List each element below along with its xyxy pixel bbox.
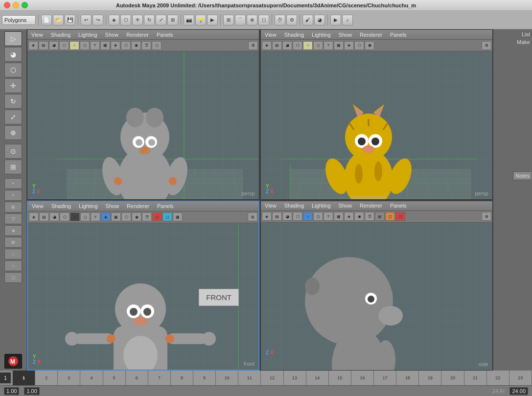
vp-tr-tb5[interactable]: ○ <box>303 41 313 50</box>
vp-bl-tb4[interactable]: ⬡ <box>60 212 69 221</box>
vp-br-renderer[interactable]: Renderer <box>356 201 386 210</box>
vp-br-tb1[interactable]: ◈ <box>262 212 272 221</box>
left-panel-extra7[interactable]: ↕ <box>4 249 22 259</box>
playback-btn[interactable]: ▶ <box>330 15 341 25</box>
left-panel-extra6[interactable]: ⊕ <box>4 237 22 248</box>
vp-bl-tb9[interactable]: ▦ <box>111 212 121 221</box>
vp-tr-tb4[interactable]: ⬡ <box>293 41 302 50</box>
vp-br-tb4[interactable]: ⬡ <box>293 212 302 221</box>
vp-tr-shading[interactable]: Shading <box>280 30 308 39</box>
tl-cell-18[interactable]: 18 <box>396 371 419 385</box>
tl-cell-8[interactable]: 8 <box>171 371 193 385</box>
tl-cell-11[interactable]: 11 <box>238 371 261 385</box>
vp-bl-tb2[interactable]: ▤ <box>39 212 49 221</box>
vp-br-tb10[interactable]: ◉ <box>354 212 364 221</box>
vp-bl-tb1[interactable]: ◈ <box>29 212 39 221</box>
vp-tr-tb10[interactable]: ⬡ <box>354 41 364 50</box>
vp-bl-canvas[interactable]: FRONT Y Z X front <box>28 223 258 370</box>
scale-tool[interactable]: ⤢ <box>4 110 22 124</box>
vp-bl-tb12[interactable]: ☰ <box>142 212 152 221</box>
light-btn[interactable]: 💡 <box>195 15 206 25</box>
history-btn[interactable]: ⏱ <box>275 15 285 25</box>
vp-bl-tb6[interactable]: ◻ <box>80 212 90 221</box>
vp-tl-tb8[interactable]: ▦ <box>100 41 110 50</box>
paint-btn[interactable]: 🖌 <box>302 15 313 25</box>
snap-point-btn[interactable]: ⊕ <box>247 15 257 25</box>
vp-br-show[interactable]: Show <box>335 201 356 210</box>
new-file-btn[interactable]: 📄 <box>41 15 52 25</box>
vp-bl-tb11[interactable]: ◉ <box>132 212 141 221</box>
vp-tl-tb4[interactable]: ⬡ <box>59 41 69 50</box>
tl-cell-13[interactable]: 13 <box>284 371 306 385</box>
paint-select-tool[interactable]: ◕ <box>4 47 22 62</box>
vp-tr-tb2[interactable]: ▤ <box>272 41 282 50</box>
vp-tr-tb3[interactable]: ◕ <box>282 41 292 50</box>
notes-button[interactable]: Notes <box>513 171 532 180</box>
vp-tl-lighting[interactable]: Lighting <box>74 30 101 39</box>
tl-cell-12[interactable]: 12 <box>261 371 283 385</box>
minimize-button[interactable] <box>13 2 19 8</box>
vp-bl-tb13[interactable]: ◻ <box>152 212 162 221</box>
tl-cell-4[interactable]: 4 <box>80 371 103 385</box>
vp-br-tb15[interactable]: ⊞ <box>482 212 491 221</box>
left-panel-extra8[interactable]: ↔ <box>4 260 22 271</box>
tl-cell-19[interactable]: 19 <box>419 371 441 385</box>
vp-bl-shading[interactable]: Shading <box>47 202 75 211</box>
left-panel-extra3[interactable]: ⊞ <box>4 202 22 212</box>
window-controls[interactable] <box>4 2 28 8</box>
vp-tl-canvas[interactable]: Y Z X persp <box>27 51 259 199</box>
construction-btn[interactable]: ⚙ <box>286 15 297 25</box>
tl-cell-9[interactable]: 9 <box>193 371 216 385</box>
tl-cell-10[interactable]: 10 <box>216 371 238 385</box>
vp-br-tb7[interactable]: T <box>324 212 333 221</box>
vp-tr-tb12[interactable]: ⊞ <box>482 41 491 50</box>
vp-br-canvas[interactable]: Z X side <box>261 223 492 371</box>
left-panel-extra2[interactable]: + <box>4 190 22 201</box>
vp-bl-panels[interactable]: Panels <box>153 202 178 211</box>
tl-cell-21[interactable]: 21 <box>464 371 487 385</box>
rotate-btn[interactable]: ↻ <box>144 15 155 25</box>
undo-btn[interactable]: ↩ <box>81 15 92 25</box>
soft-select-tool[interactable]: ⊙ <box>4 144 22 159</box>
select-tool[interactable]: ▷ <box>4 31 22 46</box>
tl-cell-17[interactable]: 17 <box>374 371 396 385</box>
move-btn[interactable]: ✛ <box>132 15 143 25</box>
tl-cell-15[interactable]: 15 <box>329 371 351 385</box>
vp-tr-lighting[interactable]: Lighting <box>308 30 335 39</box>
vp-br-view[interactable]: View <box>261 201 280 210</box>
vp-tl-tb13[interactable]: ◻ <box>152 41 162 50</box>
tl-cell-16[interactable]: 16 <box>351 371 374 385</box>
tl-cell-20[interactable]: 20 <box>441 371 464 385</box>
viewport-top-right[interactable]: View Shading Lighting Show Renderer Pane… <box>260 29 493 200</box>
vp-br-panels[interactable]: Panels <box>386 201 411 210</box>
timeline-cursor[interactable]: 1 <box>0 373 11 383</box>
vp-br-shading[interactable]: Shading <box>280 201 308 210</box>
snap-grid-btn[interactable]: ⊞ <box>223 15 234 25</box>
vp-bl-tb5[interactable]: ○ <box>70 212 80 221</box>
vp-br-tb8[interactable]: ▦ <box>334 212 344 221</box>
vp-tr-tb7[interactable]: T <box>324 41 333 50</box>
vp-tr-tb1[interactable]: ◈ <box>262 41 272 50</box>
left-panel-extra9[interactable]: ◻ <box>4 272 22 283</box>
vp-tr-renderer[interactable]: Renderer <box>356 30 386 39</box>
vp-tl-tb7[interactable]: T <box>90 41 100 50</box>
vp-br-tb2[interactable]: ▤ <box>272 212 282 221</box>
vp-tr-show[interactable]: Show <box>335 30 356 39</box>
left-panel-extra4[interactable]: ▽ <box>4 213 22 224</box>
vp-bl-tb16[interactable]: ⊞ <box>248 212 257 221</box>
left-panel-extra1[interactable]: + <box>4 178 22 189</box>
vp-br-lighting[interactable]: Lighting <box>308 201 335 210</box>
snap-curve-btn[interactable]: ⌒ <box>235 15 246 25</box>
universal-tool[interactable]: ⊕ <box>4 125 22 140</box>
vp-tr-tb6[interactable]: ◻ <box>313 41 323 50</box>
lasso-btn[interactable]: ⬡ <box>120 15 131 25</box>
vp-tl-tb5[interactable]: ○ <box>69 41 79 50</box>
move-tool[interactable]: ✛ <box>4 78 22 93</box>
vp-bl-renderer[interactable]: Renderer <box>123 202 153 211</box>
close-button[interactable] <box>4 2 10 8</box>
tl-cell-22[interactable]: 22 <box>487 371 509 385</box>
transform-btn[interactable]: ⊞ <box>167 15 178 25</box>
vp-bl-tb14[interactable]: ◻ <box>162 212 172 221</box>
vp-tl-tb14[interactable]: ⊞ <box>248 41 258 50</box>
scale-btn[interactable]: ⤢ <box>156 15 166 25</box>
